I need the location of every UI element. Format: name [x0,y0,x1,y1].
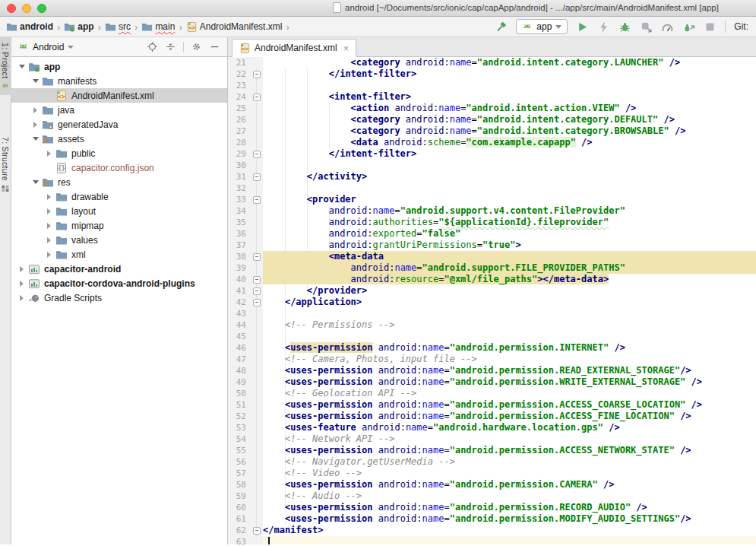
view-selector[interactable]: Android [33,42,64,52]
code-line-text[interactable]: <!-- Camera, Photos, input file --> [263,354,756,365]
tree-item-app[interactable]: app [11,59,227,74]
code-line-text[interactable]: <uses-permission android:name="android.p… [263,445,756,456]
tool-window-button----structure[interactable]: 7: Structure [0,132,11,198]
tree-item-AndroidManifest.xml[interactable]: <>AndroidManifest.xml [11,88,227,103]
fold-toggle-icon[interactable] [253,151,261,158]
code-line-text[interactable]: </provider> [263,285,756,297]
build-hammer-button[interactable] [495,21,508,33]
code-line-text[interactable]: android:exported="false" [263,228,756,240]
close-window-button[interactable] [7,4,16,13]
tree-item-java[interactable]: java [11,103,227,117]
code-line-text[interactable]: </intent-filter> [263,68,756,80]
code-line-text[interactable]: <!-- Audio --> [263,490,756,502]
tree-item-xml[interactable]: xml [11,247,227,262]
code-line-text[interactable]: <uses-permission android:name="android.p… [263,365,756,376]
breadcrumb-item-android[interactable]: android [6,21,53,33]
code-line-text[interactable]: <category android:name="android.intent.c… [263,125,756,137]
fold-toggle-icon[interactable] [253,527,261,535]
code-line-text[interactable] [263,536,756,544]
tree-item-manifests[interactable]: manifests [11,74,227,88]
tree-item-capacitor-android[interactable]: capacitor-android [11,262,227,276]
tree-item-res[interactable]: res [11,175,227,189]
code-line-text[interactable]: android:grantUriPermissions="true"> [263,240,756,251]
expand-arrow-icon[interactable] [45,194,53,200]
locate-button[interactable] [147,41,158,52]
code-line-text[interactable]: <provider [263,194,756,205]
tree-item-assets[interactable]: assets [11,132,227,146]
code-line-text[interactable]: android:resource="@xml/file_paths"></met… [263,274,756,285]
expand-arrow-icon[interactable] [45,252,53,258]
expand-arrow-icon[interactable] [17,295,26,301]
code-line-text[interactable]: <uses-feature android:name="android.hard… [263,422,756,433]
tree-item-layout[interactable]: layout [11,204,227,218]
code-line-text[interactable]: <uses-permission android:name="android.p… [263,513,756,525]
tree-item-capacitor-cordova-android-plugins[interactable]: capacitor-cordova-android-plugins [11,276,227,290]
tree-item-values[interactable]: values [11,233,227,247]
stop-button[interactable] [704,21,716,33]
code-line-text[interactable]: <!-- Video --> [263,468,756,479]
expand-arrow-icon[interactable] [17,266,26,272]
tree-item-mipmap[interactable]: mipmap [11,218,227,233]
fold-toggle-icon[interactable] [253,71,261,78]
code-line-text[interactable]: <data android:scheme="com.example.capapp… [263,137,756,148]
expand-arrow-icon[interactable] [31,79,40,83]
fold-toggle-icon[interactable] [253,276,261,284]
profiler-button[interactable] [661,21,674,33]
code-line-text[interactable]: <!-- Permissions --> [263,319,756,331]
code-line-text[interactable] [263,160,756,171]
code-line-text[interactable]: <category android:name="android.intent.c… [263,57,756,68]
code-line-text[interactable]: </application> [263,297,756,308]
breadcrumb-item-AndroidManifest.xml[interactable]: <>AndroidManifest.xml [186,21,283,33]
code-line-text[interactable] [263,308,756,319]
expand-arrow-icon[interactable] [31,180,40,184]
code-line-text[interactable]: <!-- Navigator.getUserMedia --> [263,456,756,468]
tree-item-generatedJava[interactable]: generatedJava [11,117,227,132]
code-line-text[interactable] [263,80,756,91]
expand-arrow-icon[interactable] [45,208,53,214]
tree-item-drawable[interactable]: drawable [11,189,227,204]
breadcrumb-item-main[interactable]: main [141,21,175,33]
apply-changes-button[interactable] [597,21,610,33]
run-config-selector[interactable]: app [516,19,568,34]
fold-toggle-icon[interactable] [253,196,261,204]
collapse-all-button[interactable] [165,41,176,52]
code-line-text[interactable] [263,183,756,194]
expand-arrow-icon[interactable] [17,65,26,68]
code-line-text[interactable]: </manifest> [263,525,756,536]
code-line-text[interactable]: android:name="android.support.v4.content… [263,205,756,217]
code-line-text[interactable]: <uses-permission android:name="android.p… [263,502,756,513]
code-line-text[interactable]: <!-- Network API --> [263,433,756,445]
expand-arrow-icon[interactable] [45,223,53,229]
code-line-text[interactable]: <uses-permission android:name="android.p… [263,342,756,354]
expand-arrow-icon[interactable] [17,281,26,287]
breadcrumb-item-src[interactable]: src [105,21,131,33]
attach-debugger-button[interactable] [682,21,695,33]
tree-item-Gradle Scripts[interactable]: Gradle Scripts [11,290,227,305]
code-line-text[interactable]: android:name="android.support.FILE_PROVI… [263,262,756,274]
expand-arrow-icon[interactable] [45,237,53,243]
settings-button[interactable] [191,41,202,52]
code-line-text[interactable]: <action android:name="android.intent.act… [263,103,756,114]
zoom-window-button[interactable] [37,4,46,13]
code-line-text[interactable]: <intent-filter> [263,91,756,103]
minimize-window-button[interactable] [22,4,31,13]
expand-arrow-icon[interactable] [45,151,53,157]
code-line-text[interactable]: <category android:name="android.intent.c… [263,114,756,125]
fold-toggle-icon[interactable] [253,299,261,306]
tree-item-public[interactable]: public [11,146,227,160]
hide-button[interactable] [209,41,220,52]
code-line-text[interactable]: </intent-filter> [263,148,756,160]
git-branch-widget[interactable]: Git: [734,21,750,32]
close-icon[interactable]: × [343,43,350,53]
tool-window-button----project[interactable]: 1: Project [0,37,11,95]
fold-toggle-icon[interactable] [253,173,261,181]
debug-button[interactable] [618,21,631,33]
code-line-text[interactable]: <meta-data [263,251,756,262]
run-button[interactable] [576,21,589,33]
fold-toggle-icon[interactable] [253,94,261,101]
code-line-text[interactable]: </activity> [263,171,756,183]
code-line-text[interactable]: <uses-permission android:name="android.p… [263,399,756,411]
code-editor[interactable]: 21 <category android:name="android.inten… [228,57,756,544]
chevron-down-icon[interactable] [68,46,74,49]
editor-tab[interactable]: <> AndroidManifest.xml × [232,39,356,57]
